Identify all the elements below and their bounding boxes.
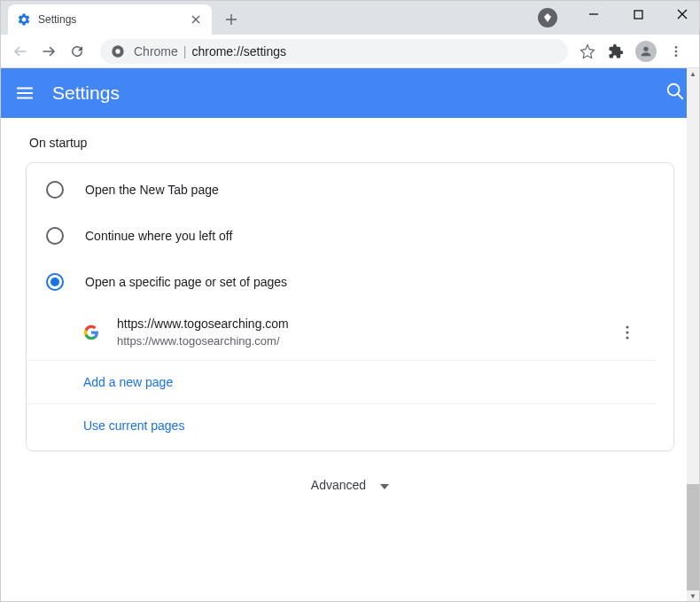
address-bar[interactable]: Chrome | chrome://settings [100,39,568,64]
radio-specific-page[interactable]: Open a specific page or set of pages [27,259,673,305]
menu-icon[interactable] [667,43,685,60]
chevron-down-icon [380,478,389,492]
svg-point-7 [675,54,678,57]
startup-page-entry: https://www.togosearching.com https://ww… [27,305,656,361]
browser-window: Settings Chrome | chrome [0,0,700,602]
close-window-button[interactable] [669,1,696,27]
svg-point-3 [115,49,120,53]
omnibox-text: Chrome | chrome://settings [134,44,286,59]
omnibox-separator: | [183,44,187,59]
page-suburl: https://www.togosearching.com/ [117,333,601,349]
extensions-icon[interactable] [607,43,625,60]
titlebar: Settings [1,1,699,35]
scrollbar-thumb[interactable] [687,484,699,590]
radio-new-tab[interactable]: Open the New Tab page [27,167,673,213]
content-wrap: Settings On startup Open the New Tab pag… [1,68,699,601]
radio-label: Open a specific page or set of pages [85,275,287,289]
new-tab-button[interactable] [219,7,244,32]
minimize-button[interactable] [580,1,607,27]
forward-button[interactable] [36,39,61,64]
more-vert-icon[interactable] [618,325,636,340]
settings-gear-icon [17,12,31,27]
reload-button[interactable] [65,39,89,64]
svg-point-6 [675,50,678,52]
svg-point-4 [643,46,648,51]
omnibox-prefix: Chrome [134,44,178,59]
profile-avatar-icon[interactable] [635,41,657,62]
radio-label: Open the New Tab page [85,183,219,197]
omnibox-path: chrome://settings [191,44,286,59]
scroll-up-icon[interactable]: ▲ [687,68,699,79]
content: Settings On startup Open the New Tab pag… [1,68,699,601]
section-title: On startup [26,136,674,150]
radio-label: Continue where you left off [85,229,232,243]
scroll-down-icon[interactable]: ▼ [687,590,699,601]
hamburger-icon[interactable] [15,83,35,103]
svg-point-10 [626,325,628,328]
maximize-button[interactable] [625,1,651,27]
tab-title: Settings [38,13,182,26]
startup-card: Open the New Tab page Continue where you… [26,162,674,451]
advanced-toggle[interactable]: Advanced [26,451,674,510]
google-favicon-icon [83,324,99,340]
svg-point-11 [626,331,628,333]
advanced-label: Advanced [311,478,366,492]
svg-rect-1 [634,11,642,19]
browser-toolbar: Chrome | chrome://settings [1,35,699,68]
star-icon[interactable] [579,43,596,60]
page-url: https://www.togosearching.com [117,316,601,333]
toolbar-right [579,41,692,62]
radio-continue[interactable]: Continue where you left off [27,213,673,259]
settings-body: On startup Open the New Tab page Continu… [1,118,699,545]
window-controls [580,1,696,27]
add-new-page-link[interactable]: Add a new page [27,361,656,404]
svg-point-12 [626,336,628,339]
svg-line-9 [678,94,683,99]
svg-point-5 [675,46,678,49]
profile-badge-icon[interactable] [538,8,557,27]
browser-tab[interactable]: Settings [8,4,212,35]
back-button[interactable] [8,39,33,64]
radio-icon [46,181,64,199]
radio-icon [46,273,64,291]
settings-header: Settings [1,68,699,118]
radio-icon [46,227,64,245]
page-text: https://www.togosearching.com https://ww… [117,316,601,349]
scrollbar[interactable]: ▲ ▼ [687,68,699,601]
chrome-icon [111,44,125,59]
use-current-pages-link[interactable]: Use current pages [27,404,656,447]
settings-title: Settings [52,82,648,104]
close-tab-icon[interactable] [189,12,203,27]
search-icon[interactable] [665,82,685,105]
